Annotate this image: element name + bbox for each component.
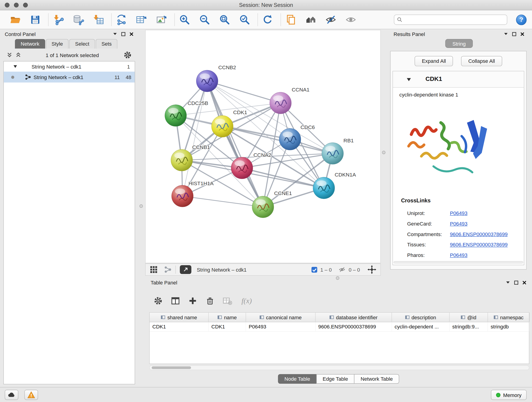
panel-float-icon[interactable] (121, 32, 126, 36)
zoom-selected-button[interactable] (238, 13, 251, 26)
crosslink-value[interactable]: P06493 (450, 252, 468, 258)
title-bar[interactable]: Session: New Session (0, 0, 532, 10)
table-cell[interactable]: CDK1 (209, 322, 246, 332)
zoom-fit-button[interactable] (218, 13, 231, 26)
hide-selected-button[interactable] (324, 13, 337, 26)
gear-icon[interactable] (123, 51, 132, 59)
search-input[interactable] (404, 17, 504, 22)
memory-button[interactable]: Memory (491, 390, 527, 400)
selected-checkbox-icon[interactable] (311, 266, 317, 273)
panel-close-icon[interactable] (522, 280, 526, 285)
panel-close-icon[interactable] (520, 32, 525, 36)
network-node[interactable] (322, 143, 344, 164)
tab-style[interactable]: Style (46, 39, 69, 48)
column-header[interactable]: description (392, 313, 450, 322)
zoom-in-button[interactable] (178, 13, 191, 26)
table-cell[interactable]: cyclin-dependent ... (392, 322, 450, 332)
network-collection-row[interactable]: String Network – cdk1 1 (4, 61, 135, 71)
column-header[interactable]: canonical name (246, 313, 316, 322)
open-in-window-button[interactable] (180, 265, 191, 274)
duplicate-network-button[interactable] (284, 13, 297, 26)
network-node[interactable] (313, 177, 335, 199)
panel-float-icon[interactable] (514, 280, 519, 285)
tab-string[interactable]: String (445, 39, 473, 48)
collapse-all-icon[interactable] (7, 52, 12, 58)
table-cell[interactable]: P06493 (246, 322, 316, 332)
cloud-status-button[interactable] (5, 390, 18, 400)
column-header[interactable]: namespac (488, 313, 530, 322)
network-graph[interactable]: CCNB2CCNA1CDC25BCDK1CDC6RB1CCNB1CCNA2CDK… (146, 30, 380, 263)
panel-float-icon[interactable] (512, 32, 516, 36)
protein-card-header[interactable]: CDK1 (393, 71, 524, 88)
tab-edge-table[interactable]: Edge Table (316, 374, 355, 384)
network-node[interactable] (171, 149, 193, 171)
network-node[interactable] (231, 157, 253, 179)
network-view[interactable]: CCNB2CCNA1CDC25BCDK1CDC6RB1CCNB1CCNA2CDK… (145, 30, 381, 263)
splitter-handle[interactable] (382, 151, 385, 154)
table-cell[interactable]: CDK1 (150, 322, 209, 332)
expand-all-icon[interactable] (16, 52, 21, 58)
tab-network[interactable]: Network (15, 39, 45, 48)
warnings-button[interactable] (25, 390, 38, 400)
crosslink-value[interactable]: P06493 (450, 221, 468, 226)
import-network-from-file-button[interactable] (52, 13, 65, 26)
delete-column-button[interactable] (204, 295, 216, 306)
column-header[interactable]: shared name (150, 313, 209, 322)
network-node[interactable] (252, 196, 274, 218)
column-header[interactable]: @id (450, 313, 488, 322)
card-scrollbar[interactable] (394, 261, 523, 263)
network-node[interactable] (279, 128, 301, 150)
crosslink-value[interactable]: P06493 (450, 210, 468, 216)
table-cell[interactable]: stringdb (488, 322, 530, 332)
add-column-button[interactable] (187, 295, 198, 306)
table-cell[interactable]: 9606.ENSP00000378699 (316, 322, 392, 332)
tab-sets[interactable]: Sets (96, 39, 118, 48)
panel-menu-icon[interactable] (506, 281, 510, 285)
panel-close-icon[interactable] (129, 32, 133, 36)
search-field[interactable] (394, 15, 507, 25)
splitter-handle[interactable] (139, 204, 143, 208)
first-neighbors-button[interactable] (304, 13, 317, 26)
show-columns-button[interactable] (170, 295, 181, 306)
tab-select[interactable]: Select (70, 39, 95, 48)
column-header[interactable]: database identifier (316, 313, 392, 322)
table-settings-button[interactable] (152, 295, 164, 306)
table-row[interactable]: CDK1CDK1P064939606.ENSP00000378699cyclin… (150, 322, 529, 332)
tab-node-table[interactable]: Node Table (278, 374, 317, 384)
import-network-from-database-button[interactable] (72, 13, 85, 26)
import-table-from-file-button[interactable] (92, 13, 105, 26)
column-header[interactable]: name (209, 313, 246, 322)
crosslink-value[interactable]: 9606.ENSP00000378699 (450, 242, 508, 248)
collapse-all-button[interactable]: Collapse All (461, 56, 502, 66)
collapse-section-icon[interactable] (406, 78, 411, 81)
refresh-view-button[interactable] (261, 13, 274, 26)
splitter-handle[interactable] (336, 276, 339, 280)
network-row[interactable]: String Network – cdk1 11 48 (4, 72, 135, 83)
open-session-button[interactable] (9, 13, 22, 26)
show-all-button[interactable] (344, 13, 357, 26)
export-table-button[interactable] (135, 13, 148, 26)
export-image-button[interactable] (155, 13, 168, 26)
horizontal-scrollbar[interactable] (149, 365, 530, 370)
zoom-out-button[interactable] (198, 13, 211, 26)
table-cell[interactable]: stringdb:9... (450, 322, 488, 332)
help-button[interactable]: ? (516, 14, 526, 25)
function-builder-button[interactable]: f(x) (239, 295, 254, 306)
crosslink-value[interactable]: 9606.ENSP00000378699 (450, 231, 508, 237)
panel-menu-icon[interactable] (504, 32, 508, 36)
grid-view-icon[interactable] (150, 265, 158, 274)
delete-table-button-disabled[interactable] (222, 295, 233, 306)
tab-network-table[interactable]: Network Table (354, 374, 399, 384)
network-node[interactable] (270, 92, 291, 114)
expander-icon[interactable] (13, 65, 17, 68)
network-node[interactable] (211, 115, 233, 137)
hidden-eye-icon[interactable] (338, 266, 346, 273)
panel-menu-icon[interactable] (113, 32, 118, 36)
network-node[interactable] (196, 70, 218, 92)
new-network-button[interactable] (115, 13, 128, 26)
pan-crosshair-icon[interactable] (367, 265, 376, 274)
save-session-button[interactable] (29, 13, 42, 26)
network-node[interactable] (172, 185, 193, 207)
expand-all-button[interactable]: Expand All (415, 56, 453, 66)
network-node[interactable] (165, 105, 186, 127)
